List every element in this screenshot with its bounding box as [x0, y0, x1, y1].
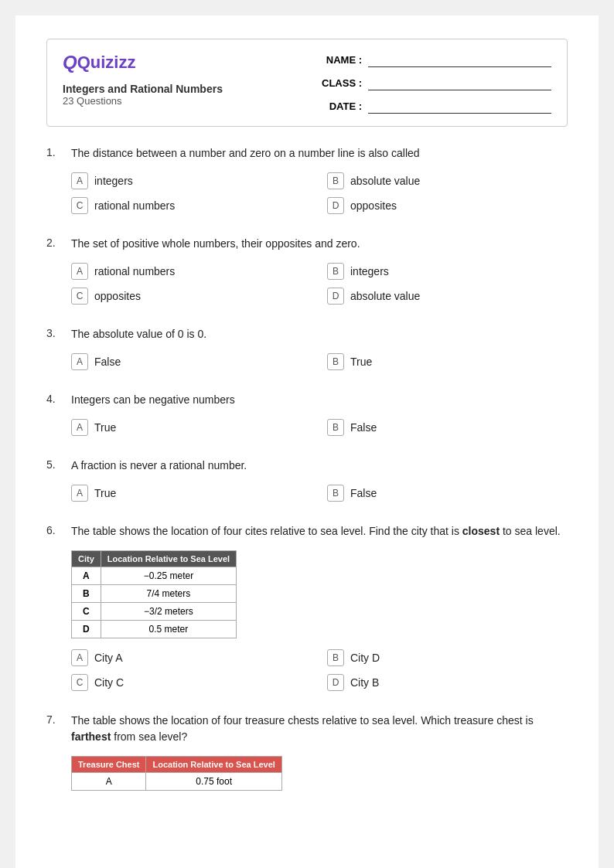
- logo-text: Quizizz: [77, 53, 136, 73]
- question-num: 4.: [46, 392, 65, 405]
- question-row: 2.The set of positive whole numbers, the…: [46, 236, 568, 252]
- answer-letter: A: [71, 649, 88, 666]
- q7-num: 7.: [46, 713, 65, 726]
- answer-item: CCity C: [71, 674, 312, 691]
- city-cell: C: [72, 603, 101, 621]
- answer-item: BTrue: [327, 353, 568, 370]
- answer-text: rational numbers: [94, 265, 175, 277]
- question-num: 3.: [46, 326, 65, 339]
- q7-table: Treasure Chest Location Relative to Sea …: [71, 756, 282, 791]
- table-row: B7/4 meters: [72, 585, 237, 603]
- answers-grid: ATrueBFalse: [71, 419, 568, 436]
- answer-item: ACity A: [71, 649, 312, 666]
- class-row: CLASS :: [319, 75, 551, 90]
- date-line[interactable]: [368, 98, 551, 114]
- answer-text: opposites: [350, 199, 397, 212]
- question-block: 3.The absolute value of 0 is 0.AFalseBTr…: [46, 326, 568, 370]
- class-label: CLASS :: [319, 77, 362, 89]
- question-block: 5.A fraction is never a rational number.…: [46, 458, 568, 502]
- col-location: Location Relative to Sea Level: [101, 551, 236, 567]
- value-cell: 0.5 meter: [101, 621, 236, 638]
- date-row: DATE :: [319, 98, 551, 114]
- question-text: Integers can be negative numbers: [71, 392, 568, 408]
- col-treasure: Treasure Chest: [72, 757, 146, 773]
- answer-text: True: [350, 356, 372, 368]
- answers-grid: AFalseBTrue: [71, 353, 568, 370]
- answer-text: absolute value: [350, 175, 420, 187]
- page: QQuizizz Integers and Rational Numbers 2…: [15, 15, 599, 868]
- answer-letter: D: [327, 674, 344, 691]
- answer-item: DCity B: [327, 674, 568, 691]
- answers-grid: Arational numbersBintegersCoppositesDabs…: [71, 263, 568, 305]
- question-6-row: 6. The table shows the location of four …: [46, 523, 568, 540]
- answer-text: True: [94, 487, 116, 499]
- answer-letter: B: [327, 172, 344, 189]
- city-cell: A: [72, 773, 146, 791]
- header-left: QQuizizz Integers and Rational Numbers 2…: [63, 52, 223, 107]
- answer-letter: B: [327, 419, 344, 436]
- answers-grid: ATrueBFalse: [71, 485, 568, 502]
- answer-letter: A: [71, 263, 88, 280]
- header-box: QQuizizz Integers and Rational Numbers 2…: [46, 39, 568, 127]
- question-block: 1.The distance between a number and zero…: [46, 145, 568, 214]
- answer-text: City D: [350, 652, 380, 664]
- answer-text: opposites: [94, 290, 141, 302]
- question-row: 1.The distance between a number and zero…: [46, 145, 568, 162]
- answer-item: Dabsolute value: [327, 288, 568, 305]
- question-text: The distance between a number and zero o…: [71, 145, 568, 162]
- question-num: 2.: [46, 236, 65, 249]
- q6-num: 6.: [46, 523, 65, 536]
- answer-letter: A: [71, 419, 88, 436]
- question-row: 3.The absolute value of 0 is 0.: [46, 326, 568, 342]
- value-cell: −0.25 meter: [101, 567, 236, 585]
- answer-text: False: [350, 421, 377, 434]
- answer-text: False: [94, 356, 121, 368]
- answer-item: BFalse: [327, 419, 568, 436]
- q7-text: The table shows the location of four tre…: [71, 713, 568, 745]
- name-line[interactable]: [368, 52, 551, 67]
- value-cell: 0.75 foot: [146, 773, 281, 791]
- answer-text: False: [350, 487, 377, 499]
- name-row: NAME :: [319, 52, 551, 67]
- answer-item: ATrue: [71, 419, 312, 436]
- answer-text: True: [94, 421, 116, 434]
- question-text: A fraction is never a rational number.: [71, 458, 568, 474]
- table-row: A−0.25 meter: [72, 567, 237, 585]
- answer-letter: B: [327, 485, 344, 502]
- question-block: 4.Integers can be negative numbersATrueB…: [46, 392, 568, 436]
- q6-content: City Location Relative to Sea Level A−0.…: [71, 550, 568, 638]
- name-label: NAME :: [319, 54, 362, 66]
- city-cell: D: [72, 621, 101, 638]
- answer-item: Babsolute value: [327, 172, 568, 189]
- answer-letter: C: [71, 197, 88, 214]
- q7-content: Treasure Chest Location Relative to Sea …: [71, 756, 568, 791]
- class-line[interactable]: [368, 75, 551, 90]
- answer-item: Crational numbers: [71, 197, 312, 214]
- question-block: 2.The set of positive whole numbers, the…: [46, 236, 568, 305]
- col-location2: Location Relative to Sea Level: [146, 757, 281, 773]
- question-text: The absolute value of 0 is 0.: [71, 326, 568, 342]
- answer-letter: B: [327, 353, 344, 370]
- answer-item: Aintegers: [71, 172, 312, 189]
- simple-questions: 1.The distance between a number and zero…: [46, 145, 568, 502]
- answer-item: Arational numbers: [71, 263, 312, 280]
- answer-item: BCity D: [327, 649, 568, 666]
- q6-table: City Location Relative to Sea Level A−0.…: [71, 550, 237, 638]
- q6-answers: ACity ABCity DCCity CDCity B: [71, 649, 568, 691]
- answer-letter: B: [327, 263, 344, 280]
- answer-item: Dopposites: [327, 197, 568, 214]
- quiz-title: Integers and Rational Numbers: [63, 83, 223, 95]
- city-cell: A: [72, 567, 101, 585]
- answer-text: City A: [94, 652, 123, 664]
- question-text: The set of positive whole numbers, their…: [71, 236, 568, 252]
- question-7-block: 7. The table shows the location of four …: [46, 713, 568, 791]
- header-right: NAME : CLASS : DATE :: [319, 52, 551, 114]
- question-num: 1.: [46, 145, 65, 158]
- table-row: C−3/2 meters: [72, 603, 237, 621]
- logo-q: Q: [63, 52, 77, 73]
- answer-item: Copposites: [71, 288, 312, 305]
- answer-letter: C: [71, 288, 88, 305]
- city-cell: B: [72, 585, 101, 603]
- answer-text: rational numbers: [94, 199, 175, 212]
- question-7-row: 7. The table shows the location of four …: [46, 713, 568, 745]
